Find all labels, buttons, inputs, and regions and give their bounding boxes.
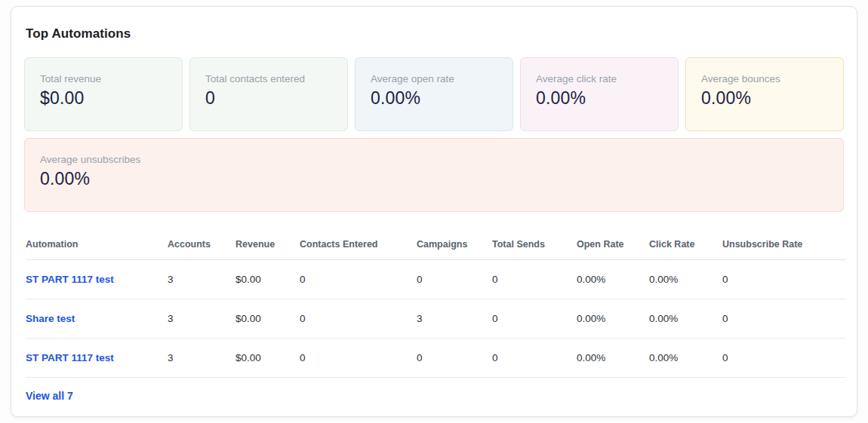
panel-title: Top Automations <box>26 26 844 41</box>
stat-value: 0.00% <box>701 88 828 109</box>
table-row: ST PART 1117 test 3 $0.00 0 0 0 0.00% 0.… <box>26 339 845 378</box>
column-header-automation: Automation <box>26 231 168 260</box>
cell-unsubscribe-rate: 0 <box>722 260 845 299</box>
column-header-click-rate: Click Rate <box>649 231 722 260</box>
stat-value: 0.00% <box>536 88 663 109</box>
cell-unsubscribe-rate: 0 <box>722 299 845 339</box>
cell-open-rate: 0.00% <box>577 299 649 339</box>
stat-label: Total contacts entered <box>205 73 332 84</box>
stat-card-total-contacts-entered: Total contacts entered 0 <box>189 57 348 131</box>
cell-total-sends: 0 <box>492 260 577 299</box>
column-header-revenue: Revenue <box>235 231 300 260</box>
view-all-link[interactable]: View all 7 <box>26 390 73 402</box>
cell-open-rate: 0.00% <box>577 339 649 378</box>
column-header-unsubscribe-rate: Unsubscribe Rate <box>722 231 845 260</box>
view-all-row: View all 7 <box>26 378 845 416</box>
stat-label: Average bounces <box>701 73 828 84</box>
cell-revenue: $0.00 <box>235 339 300 378</box>
stat-label: Average click rate <box>536 73 663 84</box>
stat-value: 0 <box>205 88 332 109</box>
cell-open-rate: 0.00% <box>577 260 649 299</box>
automation-link[interactable]: Share test <box>26 313 75 324</box>
cell-revenue: $0.00 <box>235 260 300 299</box>
column-header-campaigns: Campaigns <box>417 231 492 260</box>
stat-label: Total revenue <box>40 73 167 84</box>
cell-accounts: 3 <box>168 260 235 299</box>
cell-contacts-entered: 0 <box>300 260 417 299</box>
cell-total-sends: 0 <box>492 339 577 378</box>
column-header-open-rate: Open Rate <box>577 231 649 260</box>
stat-label: Average unsubscribes <box>40 154 828 165</box>
stat-card-average-click-rate: Average click rate 0.00% <box>520 57 679 131</box>
top-automations-panel: Top Automations Total revenue $0.00 Tota… <box>11 6 857 417</box>
stat-value: 0.00% <box>40 169 828 189</box>
table-row: ST PART 1117 test 3 $0.00 0 0 0 0.00% 0.… <box>26 260 845 299</box>
cell-revenue: $0.00 <box>235 299 300 339</box>
stat-card-average-unsubscribes: Average unsubscribes 0.00% <box>24 138 844 212</box>
cell-contacts-entered: 0 <box>300 339 417 378</box>
cell-accounts: 3 <box>168 339 235 378</box>
cell-unsubscribe-rate: 0 <box>722 339 845 378</box>
cell-click-rate: 0.00% <box>649 299 722 339</box>
wide-stat-row: Average unsubscribes 0.00% <box>24 138 844 212</box>
automation-link[interactable]: ST PART 1117 test <box>26 274 114 285</box>
stat-cards-row: Total revenue $0.00 Total contacts enter… <box>24 57 844 131</box>
stat-card-total-revenue: Total revenue $0.00 <box>24 57 183 131</box>
stat-card-average-open-rate: Average open rate 0.00% <box>355 57 513 131</box>
column-header-accounts: Accounts <box>168 231 235 260</box>
cell-campaigns: 3 <box>417 299 492 339</box>
table-header-row: Automation Accounts Revenue Contacts Ent… <box>26 231 845 260</box>
stat-label: Average open rate <box>371 73 497 84</box>
column-header-total-sends: Total Sends <box>492 231 577 260</box>
table-row: Share test 3 $0.00 0 3 0 0.00% 0.00% 0 <box>26 299 845 339</box>
automation-link[interactable]: ST PART 1117 test <box>26 352 114 363</box>
cell-click-rate: 0.00% <box>649 339 722 378</box>
cell-total-sends: 0 <box>492 299 577 339</box>
automations-table: Automation Accounts Revenue Contacts Ent… <box>26 231 845 415</box>
stat-value: 0.00% <box>371 88 497 109</box>
stat-value: $0.00 <box>40 88 167 109</box>
cell-contacts-entered: 0 <box>300 299 417 339</box>
cell-accounts: 3 <box>168 299 235 339</box>
stat-card-average-bounces: Average bounces 0.00% <box>685 57 844 131</box>
cell-click-rate: 0.00% <box>649 260 722 299</box>
column-header-contacts-entered: Contacts Entered <box>300 231 417 260</box>
cell-campaigns: 0 <box>417 260 492 299</box>
cell-campaigns: 0 <box>417 339 492 378</box>
